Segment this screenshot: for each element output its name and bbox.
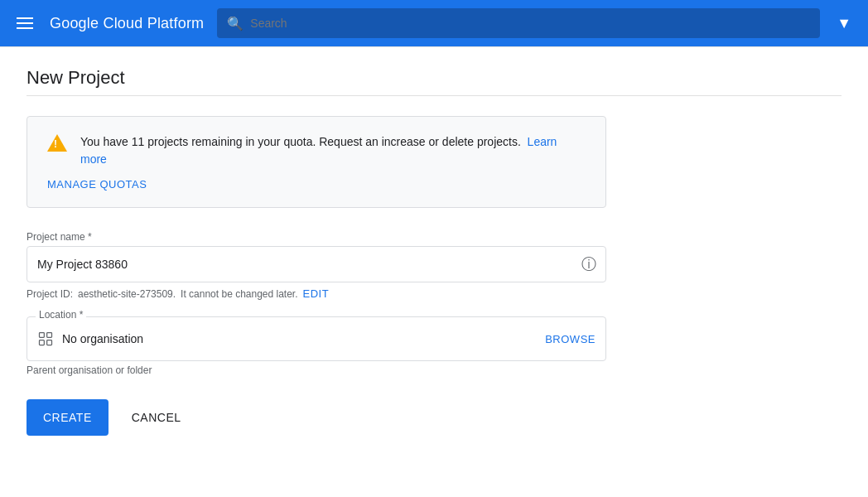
project-id-value: aesthetic-site-273509. [78, 288, 176, 300]
page-title: New Project [27, 67, 841, 89]
project-id-suffix: It cannot be changed later. [181, 288, 297, 300]
search-input[interactable] [250, 17, 810, 30]
svg-rect-0 [40, 333, 45, 338]
project-name-field: Project name * ⓘ Project ID: aesthetic-s… [27, 231, 606, 300]
svg-rect-3 [47, 340, 52, 345]
app-header: Google Cloud Platform 🔍 ▼ [0, 0, 868, 46]
alert-text: You have 11 projects remaining in your q… [80, 133, 586, 168]
browse-link[interactable]: BROWSE [545, 333, 596, 345]
button-row: CREATE CANCEL [27, 399, 606, 436]
search-bar[interactable]: 🔍 [217, 8, 820, 38]
location-input-row: No organisation BROWSE [27, 317, 605, 360]
dropdown-icon[interactable]: ▼ [833, 12, 855, 36]
help-icon[interactable]: ⓘ [581, 254, 596, 274]
location-helper-text: Parent organisation or folder [27, 364, 606, 376]
location-value: No organisation [62, 332, 537, 345]
project-id-prefix: Project ID: [27, 288, 73, 300]
project-name-input[interactable] [27, 246, 606, 282]
search-icon: 🔍 [227, 16, 244, 31]
alert-content: You have 11 projects remaining in your q… [47, 133, 586, 168]
page-divider [27, 95, 841, 96]
create-button[interactable]: CREATE [27, 399, 108, 436]
location-input-wrapper: Location * No organisation BROWSE [27, 316, 606, 361]
location-label: Location * [36, 309, 86, 321]
menu-icon[interactable] [13, 14, 36, 32]
svg-rect-2 [40, 340, 45, 345]
project-form: Project name * ⓘ Project ID: aesthetic-s… [27, 231, 606, 436]
project-name-label: Project name * [27, 231, 606, 243]
alert-message: You have 11 projects remaining in your q… [80, 135, 521, 148]
project-name-input-wrapper: ⓘ [27, 246, 606, 282]
cancel-button[interactable]: CANCEL [115, 399, 198, 436]
location-field: Location * No organisation BROWSE Parent [27, 316, 606, 376]
app-name: Google Cloud Platform [50, 15, 204, 32]
manage-quotas-link[interactable]: MANAGE QUOTAS [47, 178, 586, 191]
edit-project-id-link[interactable]: EDIT [303, 287, 330, 300]
warning-icon [47, 134, 67, 154]
quota-alert: You have 11 projects remaining in your q… [27, 116, 606, 208]
organisation-icon [37, 331, 54, 347]
svg-rect-1 [47, 333, 52, 338]
page-content: New Project You have 11 projects remaini… [0, 47, 868, 456]
project-id-text: Project ID: aesthetic-site-273509. It ca… [27, 287, 606, 300]
